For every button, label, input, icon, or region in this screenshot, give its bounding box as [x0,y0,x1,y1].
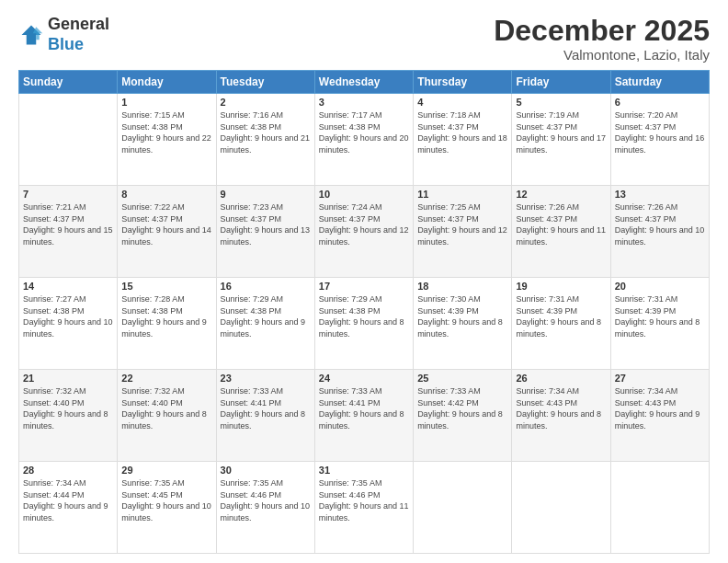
day-number: 16 [221,281,311,292]
day-number: 9 [221,189,311,200]
day-number: 27 [615,373,705,384]
weekday-saturday: Saturday [610,71,709,94]
day-number: 8 [121,189,211,200]
day-info: Sunrise: 7:24 AMSunset: 4:37 PMDaylight:… [319,201,409,247]
weekday-tuesday: Tuesday [216,71,314,94]
day-cell: 15Sunrise: 7:28 AMSunset: 4:38 PMDayligh… [118,278,216,370]
day-number: 14 [23,281,113,292]
day-number: 26 [516,373,606,384]
day-info: Sunrise: 7:35 AMSunset: 4:46 PMDaylight:… [221,477,311,523]
logo-general: General [48,15,109,33]
logo-blue: Blue [48,35,84,53]
day-cell [610,462,709,554]
week-row-4: 21Sunrise: 7:32 AMSunset: 4:40 PMDayligh… [19,370,710,462]
day-cell: 9Sunrise: 7:23 AMSunset: 4:37 PMDaylight… [216,186,314,278]
day-cell: 23Sunrise: 7:33 AMSunset: 4:41 PMDayligh… [216,370,314,462]
day-number: 1 [121,97,211,108]
day-number: 23 [221,373,311,384]
day-info: Sunrise: 7:31 AMSunset: 4:39 PMDaylight:… [516,293,606,339]
day-number: 19 [516,281,606,292]
day-info: Sunrise: 7:28 AMSunset: 4:38 PMDaylight:… [121,293,211,339]
day-info: Sunrise: 7:33 AMSunset: 4:42 PMDaylight:… [417,385,507,431]
day-info: Sunrise: 7:15 AMSunset: 4:38 PMDaylight:… [121,109,211,155]
day-number: 29 [121,465,211,476]
day-cell: 2Sunrise: 7:16 AMSunset: 4:38 PMDaylight… [216,94,314,186]
day-cell: 29Sunrise: 7:35 AMSunset: 4:45 PMDayligh… [118,462,216,554]
logo-icon [18,22,44,48]
day-info: Sunrise: 7:35 AMSunset: 4:45 PMDaylight:… [121,477,211,523]
weekday-friday: Friday [512,71,610,94]
title-block: December 2025 Valmontone, Lazio, Italy [494,15,710,63]
location-title: Valmontone, Lazio, Italy [494,47,710,63]
day-cell: 27Sunrise: 7:34 AMSunset: 4:43 PMDayligh… [610,370,709,462]
calendar-table: SundayMondayTuesdayWednesdayThursdayFrid… [18,70,710,554]
day-number: 28 [23,465,113,476]
day-cell: 10Sunrise: 7:24 AMSunset: 4:37 PMDayligh… [314,186,413,278]
day-info: Sunrise: 7:27 AMSunset: 4:38 PMDaylight:… [23,293,113,339]
day-cell: 31Sunrise: 7:35 AMSunset: 4:46 PMDayligh… [314,462,413,554]
day-number: 2 [221,97,311,108]
day-cell: 11Sunrise: 7:25 AMSunset: 4:37 PMDayligh… [414,186,512,278]
day-info: Sunrise: 7:26 AMSunset: 4:37 PMDaylight:… [516,201,606,247]
day-cell [19,94,118,186]
day-info: Sunrise: 7:17 AMSunset: 4:38 PMDaylight:… [319,109,409,155]
day-cell: 12Sunrise: 7:26 AMSunset: 4:37 PMDayligh… [512,186,610,278]
day-info: Sunrise: 7:22 AMSunset: 4:37 PMDaylight:… [121,201,211,247]
weekday-wednesday: Wednesday [314,71,413,94]
day-number: 20 [615,281,705,292]
day-number: 24 [319,373,409,384]
day-info: Sunrise: 7:32 AMSunset: 4:40 PMDaylight:… [121,385,211,431]
day-info: Sunrise: 7:31 AMSunset: 4:39 PMDaylight:… [615,293,705,339]
weekday-header-row: SundayMondayTuesdayWednesdayThursdayFrid… [19,71,710,94]
day-cell: 4Sunrise: 7:18 AMSunset: 4:37 PMDaylight… [414,94,512,186]
logo: General Blue [18,15,109,54]
day-cell: 19Sunrise: 7:31 AMSunset: 4:39 PMDayligh… [512,278,610,370]
logo-text: General Blue [48,15,109,54]
day-number: 4 [417,97,507,108]
day-number: 22 [121,373,211,384]
day-number: 25 [417,373,507,384]
day-info: Sunrise: 7:23 AMSunset: 4:37 PMDaylight:… [221,201,311,247]
day-info: Sunrise: 7:34 AMSunset: 4:44 PMDaylight:… [23,477,113,523]
day-info: Sunrise: 7:26 AMSunset: 4:37 PMDaylight:… [615,201,705,247]
day-cell: 14Sunrise: 7:27 AMSunset: 4:38 PMDayligh… [19,278,118,370]
day-cell: 25Sunrise: 7:33 AMSunset: 4:42 PMDayligh… [414,370,512,462]
day-cell: 13Sunrise: 7:26 AMSunset: 4:37 PMDayligh… [610,186,709,278]
day-cell: 16Sunrise: 7:29 AMSunset: 4:38 PMDayligh… [216,278,314,370]
day-number: 12 [516,189,606,200]
day-number: 15 [121,281,211,292]
day-number: 7 [23,189,113,200]
day-info: Sunrise: 7:19 AMSunset: 4:37 PMDaylight:… [516,109,606,155]
day-number: 5 [516,97,606,108]
month-title: December 2025 [494,15,710,47]
week-row-1: 1Sunrise: 7:15 AMSunset: 4:38 PMDaylight… [19,94,710,186]
week-row-5: 28Sunrise: 7:34 AMSunset: 4:44 PMDayligh… [19,462,710,554]
day-cell [414,462,512,554]
day-cell: 24Sunrise: 7:33 AMSunset: 4:41 PMDayligh… [314,370,413,462]
day-cell: 7Sunrise: 7:21 AMSunset: 4:37 PMDaylight… [19,186,118,278]
day-cell: 30Sunrise: 7:35 AMSunset: 4:46 PMDayligh… [216,462,314,554]
day-info: Sunrise: 7:33 AMSunset: 4:41 PMDaylight:… [221,385,311,431]
day-info: Sunrise: 7:20 AMSunset: 4:37 PMDaylight:… [615,109,705,155]
day-number: 13 [615,189,705,200]
header: General Blue December 2025 Valmontone, L… [18,15,710,63]
week-row-2: 7Sunrise: 7:21 AMSunset: 4:37 PMDaylight… [19,186,710,278]
day-cell: 21Sunrise: 7:32 AMSunset: 4:40 PMDayligh… [19,370,118,462]
day-info: Sunrise: 7:16 AMSunset: 4:38 PMDaylight:… [221,109,311,155]
day-cell: 22Sunrise: 7:32 AMSunset: 4:40 PMDayligh… [118,370,216,462]
day-cell: 1Sunrise: 7:15 AMSunset: 4:38 PMDaylight… [118,94,216,186]
day-cell: 26Sunrise: 7:34 AMSunset: 4:43 PMDayligh… [512,370,610,462]
day-number: 10 [319,189,409,200]
week-row-3: 14Sunrise: 7:27 AMSunset: 4:38 PMDayligh… [19,278,710,370]
day-info: Sunrise: 7:34 AMSunset: 4:43 PMDaylight:… [516,385,606,431]
day-info: Sunrise: 7:21 AMSunset: 4:37 PMDaylight:… [23,201,113,247]
weekday-monday: Monday [118,71,216,94]
day-cell: 6Sunrise: 7:20 AMSunset: 4:37 PMDaylight… [610,94,709,186]
day-number: 17 [319,281,409,292]
day-cell: 8Sunrise: 7:22 AMSunset: 4:37 PMDaylight… [118,186,216,278]
day-number: 30 [221,465,311,476]
day-cell: 28Sunrise: 7:34 AMSunset: 4:44 PMDayligh… [19,462,118,554]
day-info: Sunrise: 7:29 AMSunset: 4:38 PMDaylight:… [319,293,409,339]
day-number: 21 [23,373,113,384]
day-number: 11 [417,189,507,200]
